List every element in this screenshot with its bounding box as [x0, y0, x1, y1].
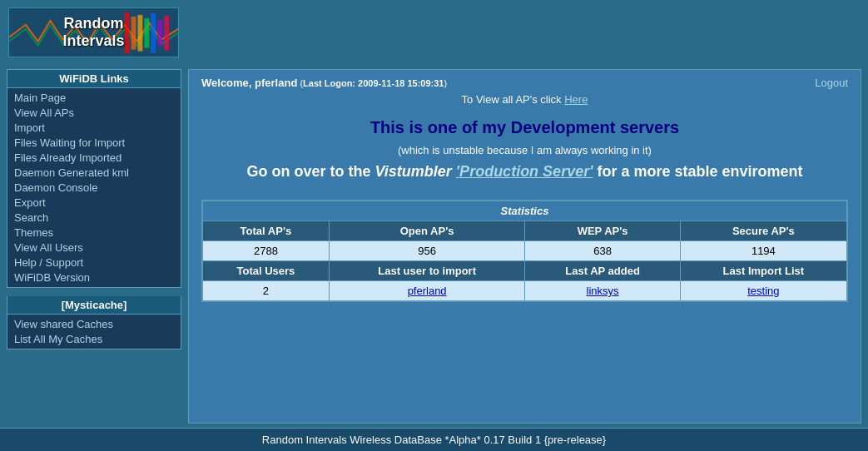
main-message: This is one of my Development servers (w…	[201, 118, 848, 187]
stats-header-total-aps: Total AP's	[203, 221, 330, 241]
stats-table: Statistics Total AP's Open AP's WEP AP's…	[202, 201, 847, 301]
stats-value-open-aps: 956	[329, 241, 525, 261]
production-server-link[interactable]: 'Production Server'	[456, 163, 593, 180]
sidebar: WiFiDB Links Main Page View All APs Impo…	[7, 69, 181, 424]
sub-heading: (which is unstable because I am always w…	[201, 144, 848, 156]
sidebar-item-wifidb-version[interactable]: WiFiDB Version	[14, 270, 174, 285]
stats-header-secure-aps: Secure AP's	[680, 221, 846, 241]
sidebar-cache-header: [Mysticache]	[7, 296, 181, 315]
sidebar-item-import[interactable]: Import	[14, 121, 174, 135]
sidebar-item-view-all-aps[interactable]: View All APs	[14, 106, 174, 120]
logout-link[interactable]: Logout	[815, 77, 848, 89]
welcome-text: Welcome, pferland (Last Logon: 2009-11-1…	[201, 77, 447, 89]
sidebar-item-daemon-console[interactable]: Daemon Console	[14, 181, 174, 195]
stats-table-wrap: Statistics Total AP's Open AP's WEP AP's…	[201, 200, 848, 302]
footer-text: Random Intervals Wireless DataBase *Alph…	[262, 434, 606, 446]
sidebar-cache-links: View shared Caches List All My Caches	[7, 315, 181, 349]
svg-rect-2	[131, 17, 136, 50]
sidebar-item-daemon-kml[interactable]: Daemon Generated kml	[14, 166, 174, 180]
last-logon-label: Last Logon:	[303, 78, 358, 88]
svg-rect-7	[164, 16, 169, 51]
sidebar-item-view-shared-caches[interactable]: View shared Caches	[14, 317, 174, 331]
users-value-last-ap: linksys	[525, 281, 680, 301]
svg-rect-6	[157, 20, 162, 47]
sidebar-item-files-waiting[interactable]: Files Waiting for Import	[14, 136, 174, 150]
sidebar-item-themes[interactable]: Themes	[14, 226, 174, 240]
footer: Random Intervals Wireless DataBase *Alph…	[0, 428, 868, 451]
last-user-link[interactable]: pferland	[408, 285, 447, 297]
users-value-total: 2	[203, 281, 330, 301]
last-import-link[interactable]: testing	[747, 285, 779, 297]
last-logon-date: 2009-11-18 15:09:31	[358, 78, 444, 88]
users-value-last-user: pferland	[329, 281, 525, 301]
content-header: Welcome, pferland (Last Logon: 2009-11-1…	[201, 77, 848, 89]
stats-value-total-aps: 2788	[203, 241, 330, 261]
sidebar-item-list-my-caches[interactable]: List All My Caches	[14, 332, 174, 346]
sidebar-item-main-page[interactable]: Main Page	[14, 91, 174, 105]
vistumbler-label: Vistumbler	[374, 163, 451, 180]
users-header-last-import-user: Last user to import	[329, 261, 525, 281]
sidebar-item-search[interactable]: Search	[14, 211, 174, 225]
users-header-last-import-list: Last Import List	[680, 261, 846, 281]
content-area: Welcome, pferland (Last Logon: 2009-11-1…	[188, 69, 861, 424]
logo: Random Intervals	[8, 7, 179, 57]
svg-rect-4	[144, 18, 149, 48]
header: Random Intervals	[0, 0, 868, 65]
welcome-prefix: Welcome,	[201, 77, 255, 89]
main-heading: This is one of my Development servers	[201, 118, 848, 137]
sidebar-item-export[interactable]: Export	[14, 196, 174, 210]
username: pferland	[255, 77, 297, 89]
stats-value-wep-aps: 638	[525, 241, 680, 261]
stats-header-wep-aps: WEP AP's	[525, 221, 680, 241]
last-ap-link[interactable]: linksys	[587, 285, 619, 297]
main-layout: WiFiDB Links Main Page View All APs Impo…	[0, 65, 868, 428]
last-logon: (Last Logon: 2009-11-18 15:09:31)	[297, 78, 447, 88]
production-suffix: for a more stable enviroment	[593, 163, 802, 180]
users-header-last-ap-added: Last AP added	[525, 261, 680, 281]
view-aps-link[interactable]: Here	[564, 93, 588, 106]
stats-header-open-aps: Open AP's	[329, 221, 525, 241]
users-value-last-import: testing	[680, 281, 846, 301]
sidebar-item-files-imported[interactable]: Files Already Imported	[14, 151, 174, 165]
stats-value-secure-aps: 1194	[680, 241, 846, 261]
users-header-total-users: Total Users	[203, 261, 330, 281]
sidebar-item-view-all-users[interactable]: View All Users	[14, 240, 174, 255]
svg-rect-3	[137, 15, 142, 52]
production-text: Go on over to the Vistumbler 'Production…	[201, 163, 848, 181]
production-prefix: Go on over to the	[246, 163, 374, 180]
svg-rect-1	[125, 12, 130, 54]
sidebar-links: Main Page View All APs Import Files Wait…	[7, 88, 181, 288]
logo-line1: Random	[62, 15, 124, 32]
view-all-aps-text: To View all AP's click Here	[201, 93, 848, 106]
sidebar-item-help-support[interactable]: Help / Support	[14, 255, 174, 270]
stats-title: Statistics	[203, 201, 847, 221]
sidebar-wifidb-header: WiFiDB Links	[7, 69, 181, 88]
logo-line2: Intervals	[62, 32, 124, 50]
view-aps-prefix: To View all AP's click	[462, 93, 565, 106]
svg-rect-5	[151, 13, 156, 53]
